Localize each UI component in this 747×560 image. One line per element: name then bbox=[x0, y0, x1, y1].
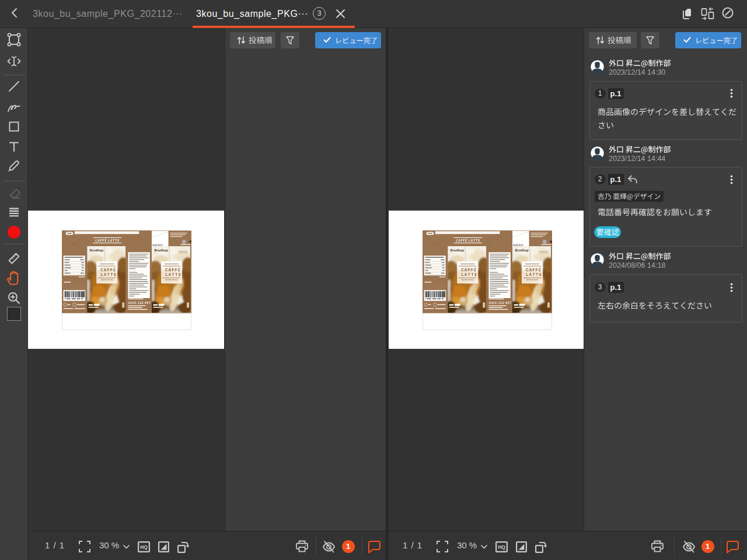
svg-text:HQ: HQ bbox=[140, 544, 148, 550]
svg-text:HQ: HQ bbox=[498, 544, 505, 550]
